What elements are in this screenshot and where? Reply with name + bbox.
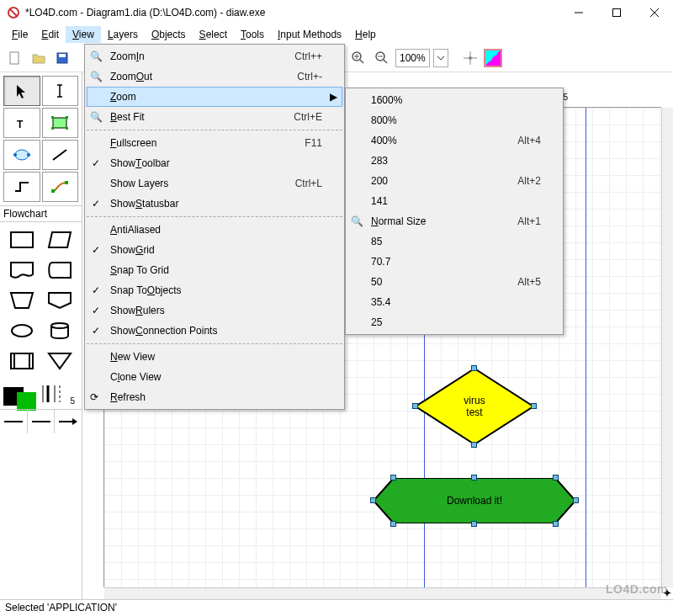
menu-input-methods[interactable]: Input Methods xyxy=(271,26,348,43)
shape-data[interactable] xyxy=(42,226,79,254)
menu-layers[interactable]: Layers xyxy=(101,26,145,43)
tool-ellipse-node[interactable] xyxy=(3,140,40,170)
line-ends-row xyxy=(0,409,82,433)
mi-zoom-200[interactable]: 200Alt+2 xyxy=(346,171,563,191)
titlebar: *LO4D.com - Diagram1.dia (D:\LO4D.com) -… xyxy=(0,0,673,25)
view-menu-popup: 🔍Zoom InCtrl++ 🔍Zoom OutCtrl+- Zoom▶ 🔍Be… xyxy=(84,44,345,410)
tool-text-cursor[interactable] xyxy=(42,76,79,106)
menu-select[interactable]: Select xyxy=(193,26,234,43)
mi-zoom-50[interactable]: 50Alt+5 xyxy=(346,272,563,292)
open-button[interactable] xyxy=(29,48,49,68)
svg-line-17 xyxy=(53,150,66,160)
line-end-arrow[interactable] xyxy=(55,410,82,433)
mi-show-toolbar[interactable]: ✓Show Toolbar xyxy=(85,153,344,173)
mi-show-statusbar[interactable]: ✓Show Statusbar xyxy=(85,194,344,214)
tool-zigzag[interactable] xyxy=(3,172,40,202)
zoom-out-toolbar-icon[interactable] xyxy=(372,48,392,68)
mi-show-connpoints[interactable]: ✓Show Connection Points xyxy=(85,321,344,341)
shape-offpage[interactable] xyxy=(42,286,79,315)
svg-rect-18 xyxy=(51,189,55,193)
shape-predefined[interactable] xyxy=(3,347,40,375)
shape-decision[interactable]: virus test xyxy=(416,369,533,444)
tool-curve[interactable] xyxy=(42,172,79,202)
bg-color[interactable] xyxy=(17,392,37,411)
mi-snap-grid[interactable]: Snap To Grid xyxy=(85,260,344,280)
mi-zoom-70[interactable]: 70.7 xyxy=(346,252,563,272)
mi-snap-objects[interactable]: ✓Snap To Objects xyxy=(85,280,344,300)
minimize-button[interactable] xyxy=(559,0,597,25)
tool-pointer[interactable] xyxy=(3,76,40,106)
mi-clone-view[interactable]: Clone View xyxy=(85,367,344,387)
zoom-in-icon: 🔍 xyxy=(90,50,103,62)
svg-rect-2 xyxy=(10,52,19,64)
mi-zoom-800[interactable]: 800% xyxy=(346,110,563,130)
shape-category-label[interactable]: Flowchart xyxy=(0,205,82,222)
zoom-fit-icon: 🔍 xyxy=(90,111,103,123)
decision-text: virus test xyxy=(416,369,533,444)
mi-zoom-in[interactable]: 🔍Zoom InCtrl++ xyxy=(85,46,344,66)
shape-process[interactable] xyxy=(3,226,40,254)
shape-document[interactable] xyxy=(3,256,40,284)
guide-line[interactable] xyxy=(586,108,586,587)
close-button[interactable] xyxy=(635,0,673,25)
app-icon xyxy=(7,6,20,19)
mi-show-layers[interactable]: Show LayersCtrl+L xyxy=(85,173,344,194)
tools-panel: T Flowchart 5 xyxy=(0,72,82,599)
scrollbar-horizontal[interactable] xyxy=(104,587,661,599)
shape-merge[interactable] xyxy=(42,347,79,375)
zoom-in-toolbar-icon[interactable] xyxy=(348,48,368,68)
mi-show-grid[interactable]: ✓Show Grid xyxy=(85,240,344,260)
line-start-none[interactable] xyxy=(0,410,28,433)
zoom-level-field[interactable]: 100% xyxy=(395,49,430,67)
mi-fullscreen[interactable]: FullscreenF11 xyxy=(85,133,344,153)
svg-point-7 xyxy=(469,56,472,60)
scrollbar-vertical[interactable] xyxy=(661,108,673,587)
shape-stored-data[interactable] xyxy=(42,256,79,284)
mi-zoom-25[interactable]: 25 xyxy=(346,312,563,332)
mi-antialiased[interactable]: AntiAliased xyxy=(85,220,344,240)
svg-text:T: T xyxy=(17,119,24,130)
shape-terminator[interactable] xyxy=(3,316,40,345)
tool-line[interactable] xyxy=(42,140,79,170)
menu-objects[interactable]: Objects xyxy=(145,26,193,43)
maximize-button[interactable] xyxy=(597,0,635,25)
mi-show-rulers[interactable]: ✓Show Rulers xyxy=(85,300,344,321)
svg-point-16 xyxy=(27,153,30,157)
menu-help[interactable]: Help xyxy=(348,26,383,43)
shape-manual-op[interactable] xyxy=(3,286,40,315)
shape-database[interactable] xyxy=(42,316,79,345)
menu-view[interactable]: View xyxy=(66,26,101,43)
menu-edit[interactable]: Edit xyxy=(34,26,66,43)
window-title: *LO4D.com - Diagram1.dia (D:\LO4D.com) -… xyxy=(25,7,559,19)
tool-box[interactable] xyxy=(42,108,79,138)
tool-text[interactable]: T xyxy=(3,108,40,138)
mi-zoom-400[interactable]: 400%Alt+4 xyxy=(346,130,563,151)
menu-tools[interactable]: Tools xyxy=(234,26,271,43)
mi-zoom-283[interactable]: 283 xyxy=(346,151,563,171)
mi-zoom-normal[interactable]: 🔍Normal SizeAlt+1 xyxy=(346,211,563,231)
mi-new-view[interactable]: New View xyxy=(85,347,344,367)
mi-best-fit[interactable]: 🔍Best FitCtrl+E xyxy=(85,107,344,127)
svg-rect-20 xyxy=(11,232,33,247)
check-icon: ✓ xyxy=(92,244,100,256)
save-button[interactable] xyxy=(52,48,72,68)
line-middle[interactable] xyxy=(28,410,56,433)
svg-point-14 xyxy=(15,150,29,160)
zoom-dropdown-button[interactable] xyxy=(433,49,448,67)
mi-zoom-out[interactable]: 🔍Zoom OutCtrl+- xyxy=(85,66,344,87)
mi-zoom-141[interactable]: 141 xyxy=(346,191,563,211)
mi-zoom-85[interactable]: 85 xyxy=(346,231,563,252)
mi-zoom-35[interactable]: 35.4 xyxy=(346,292,563,312)
grid-snap-icon[interactable] xyxy=(460,48,480,68)
mi-zoom-submenu[interactable]: Zoom▶ xyxy=(85,87,344,107)
new-button[interactable] xyxy=(5,48,25,68)
mi-zoom-1600[interactable]: 1600% xyxy=(346,90,563,110)
object-color-swatch[interactable] xyxy=(484,49,502,67)
mi-refresh[interactable]: ⟳Refresh xyxy=(85,387,344,407)
refresh-icon: ⟳ xyxy=(90,391,98,403)
line-style-preview xyxy=(40,382,65,406)
menu-file[interactable]: File xyxy=(5,26,34,43)
color-picker[interactable]: 5 xyxy=(0,379,82,409)
shape-preparation[interactable]: Download it! xyxy=(374,478,575,523)
zoom-submenu-popup: 1600% 800% 400%Alt+4 283 200Alt+2 141 🔍N… xyxy=(345,88,564,335)
